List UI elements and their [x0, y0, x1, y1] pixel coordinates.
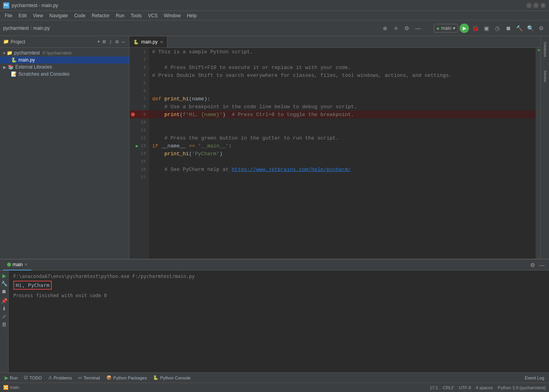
run-again-button[interactable]: ▶ — [1, 272, 8, 279]
tree-project-root[interactable]: ▾ 📁 pycharmtest F:\pycharmtest — [0, 49, 129, 56]
tab-close-icon[interactable]: ✕ — [160, 40, 163, 44]
settings-icon[interactable]: ⚙ — [536, 24, 546, 33]
minimize-panel-button[interactable]: — — [538, 261, 546, 269]
gear-icon[interactable]: — — [413, 24, 423, 33]
pin-button[interactable]: 📌 — [1, 297, 8, 304]
code-line-8: # Use a breakpoint in the code line belo… — [149, 103, 536, 111]
run-tab[interactable]: main ✕ — [3, 260, 31, 270]
sidebar-dropdown-icon[interactable]: ▾ — [97, 39, 100, 45]
line-10: 10 — [129, 118, 149, 126]
line-8: 8 — [129, 103, 149, 111]
stop-run-button[interactable]: ⏹ — [1, 288, 8, 295]
code-line-11 — [149, 126, 536, 134]
run-tab-close-icon[interactable]: ✕ — [24, 262, 27, 267]
project-name: pycharmtest — [14, 50, 40, 56]
maximize-button[interactable]: □ — [533, 3, 539, 8]
run-config-dropdown-icon: ▾ — [453, 25, 455, 31]
database-panel-icon[interactable]: Database — [542, 38, 549, 61]
code-line-17 — [149, 173, 536, 181]
settings-button[interactable]: ⚙ — [402, 24, 412, 33]
status-right: 17:1 CRLF UTF-8 4 spaces Python 3.9 (pyc… — [430, 385, 546, 390]
delete-run-button[interactable]: 🗑 — [1, 321, 8, 328]
menu-run[interactable]: Run — [113, 12, 127, 19]
breadcrumb-project[interactable]: pycharmtest — [3, 25, 29, 31]
code-line-3: # Press Shift+F10 to execute it or repla… — [149, 64, 536, 71]
menu-bar: File Edit View Navigate Code Refactor Ru… — [0, 11, 549, 20]
breadcrumb-file[interactable]: main.py — [33, 25, 50, 31]
settings-panel-button[interactable]: ⚙ — [529, 261, 536, 269]
encoding-indicator[interactable]: UTF-8 — [459, 385, 471, 390]
run-button[interactable]: ▶ — [460, 24, 469, 33]
run-bottom-button[interactable]: ▶ Run — [2, 374, 21, 381]
sdview-label: SdView — [543, 70, 547, 82]
bottom-toolbar: ▶ Run ☑ TODO ⚠ Problems ▭ Terminal 📦 Pyt… — [0, 372, 549, 383]
title-bar-left: PC pycharmtest - main.py — [3, 2, 58, 9]
scroll-down-button[interactable]: ⬇ — [1, 305, 8, 312]
code-line-12: # Press the green button in the gutter t… — [149, 134, 536, 142]
menu-tools[interactable]: Tools — [127, 12, 145, 19]
tree-main-py[interactable]: 🐍 main.py — [0, 56, 129, 64]
menu-refactor[interactable]: Refactor — [89, 12, 113, 19]
external-libs-label: External Libraries — [15, 64, 52, 70]
expand-run-button[interactable]: ⤢ — [1, 313, 8, 320]
run-configuration[interactable]: ● main ▾ — [434, 24, 458, 33]
menu-file[interactable]: File — [2, 12, 15, 19]
sidebar-collapse-icon[interactable]: — — [121, 38, 126, 46]
sync-button[interactable]: ⊕ — [380, 24, 390, 33]
todo-label: TODO — [29, 376, 42, 380]
app-icon: PC — [3, 2, 9, 9]
line-11: 11 — [129, 126, 149, 134]
line-col-indicator[interactable]: 17:1 — [430, 385, 438, 390]
menu-navigate[interactable]: Navigate — [46, 12, 71, 19]
line-2: 2 — [129, 56, 149, 64]
indent-indicator[interactable]: 4 spaces — [476, 385, 493, 390]
run-console[interactable]: F:\anacondaA7\envs\pycharmtest\python.ex… — [9, 270, 549, 372]
sidebar-filter-icon[interactable]: ⚙ — [115, 38, 119, 46]
todo-icon: ☑ — [24, 375, 28, 380]
event-log-button[interactable]: Event Log — [522, 375, 547, 381]
build-button[interactable]: 🔨 — [514, 24, 524, 33]
close-button[interactable]: ✕ — [540, 3, 546, 8]
align-button[interactable]: ≡ — [391, 24, 401, 33]
python-packages-icon: 📦 — [106, 375, 112, 380]
project-path: F:\pycharmtest — [43, 51, 71, 55]
menu-code[interactable]: Code — [71, 12, 89, 19]
run-bottom-icon: ▶ — [5, 375, 8, 381]
search-button[interactable]: 🔍 — [525, 24, 535, 33]
code-content[interactable]: # This is a sample Python script. # Pres… — [149, 48, 536, 259]
menu-help[interactable]: Help — [184, 12, 200, 19]
python-packages-button[interactable]: 📦 Python Packages — [103, 374, 150, 381]
expand-external-libs-icon: ▶ — [3, 65, 6, 69]
code-line-6 — [149, 87, 536, 95]
line-5: 5 — [129, 79, 149, 87]
line-ending-indicator[interactable]: CRLF — [443, 385, 454, 390]
tree-scratches[interactable]: 📝 Scratches and Consoles — [0, 71, 129, 78]
run-bottom-label: Run — [10, 376, 18, 380]
editor-area: 🐍 main.py ✕ 1 2 3 4 5 6 7 8 9 10 — [129, 36, 540, 259]
menu-vcs[interactable]: VCS — [145, 12, 161, 19]
profile-button[interactable]: ◷ — [493, 24, 502, 33]
menu-view[interactable]: View — [30, 12, 46, 19]
menu-window[interactable]: Window — [161, 12, 184, 19]
tree-external-libs[interactable]: ▶ 📚 External Libraries — [0, 64, 129, 71]
terminal-button[interactable]: ▭ Terminal — [75, 374, 103, 381]
problems-button[interactable]: ⚠ Problems — [45, 374, 75, 381]
python-console-button[interactable]: 🐍 Python Console — [150, 374, 194, 381]
coverage-button[interactable]: ▣ — [482, 24, 491, 33]
breakpoint-dot — [131, 113, 135, 116]
sdview-panel-icon[interactable]: SdView — [542, 64, 549, 88]
scratches-label: Scratches and Consoles — [18, 71, 69, 77]
line-6: 6 — [129, 87, 149, 95]
todo-button[interactable]: ☑ TODO — [21, 374, 45, 381]
rerun-button[interactable]: 🔧 — [1, 280, 8, 287]
stop-button[interactable]: ⏹ — [504, 24, 513, 33]
menu-edit[interactable]: Edit — [15, 12, 30, 19]
interpreter-indicator[interactable]: Python 3.9 (pycharmtest) — [498, 385, 546, 390]
external-libs-icon: 📚 — [8, 64, 14, 70]
sidebar-layout-icon[interactable]: ⊞ — [102, 38, 106, 46]
console-highlighted-output: Hi, PyCharm — [13, 281, 52, 290]
minimize-button[interactable]: – — [526, 3, 532, 8]
sidebar-sort-icon[interactable]: ↕ — [108, 38, 113, 46]
debug-button[interactable]: 🐞 — [471, 24, 480, 33]
tab-main-py[interactable]: 🐍 main.py ✕ — [129, 36, 167, 47]
